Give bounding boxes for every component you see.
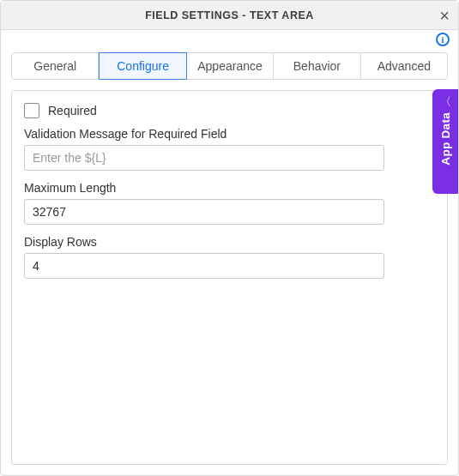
tab-advanced[interactable]: Advanced — [361, 52, 448, 80]
app-data-label: App Data — [439, 112, 452, 166]
required-label: Required — [48, 104, 97, 117]
close-icon: × — [439, 6, 450, 25]
dialog-title: FIELD SETTINGS - TEXT AREA — [145, 9, 314, 21]
field-settings-dialog: FIELD SETTINGS - TEXT AREA × i General C… — [0, 0, 459, 476]
validation-message-label: Validation Message for Required Field — [24, 127, 435, 141]
validation-message-input[interactable] — [24, 145, 384, 171]
display-rows-label: Display Rows — [24, 235, 435, 249]
maximum-length-input[interactable] — [24, 199, 384, 225]
required-checkbox[interactable] — [24, 103, 39, 118]
required-row: Required — [24, 103, 435, 118]
maximum-length-label: Maximum Length — [24, 181, 435, 195]
tab-behavior[interactable]: Behavior — [274, 52, 360, 80]
tab-label: Behavior — [293, 59, 341, 73]
tab-appearance[interactable]: Appearance — [187, 52, 274, 80]
dialog-header: FIELD SETTINGS - TEXT AREA × — [1, 1, 458, 30]
tab-general[interactable]: General — [11, 52, 99, 80]
tab-bar: General Configure Appearance Behavior Ad… — [1, 47, 458, 80]
info-row: i — [1, 30, 458, 47]
configure-panel: Required Validation Message for Required… — [11, 90, 448, 465]
tab-label: Advanced — [377, 59, 431, 73]
app-data-panel-toggle[interactable]: 〈 App Data — [432, 89, 458, 194]
tab-label: Appearance — [197, 59, 263, 73]
info-icon[interactable]: i — [436, 33, 450, 46]
tab-label: General — [33, 59, 76, 73]
tab-label: Configure — [117, 59, 169, 73]
display-rows-input[interactable] — [24, 253, 384, 279]
tab-configure[interactable]: Configure — [99, 52, 186, 80]
chevron-left-icon: 〈 — [440, 96, 451, 107]
close-button[interactable]: × — [439, 7, 450, 24]
